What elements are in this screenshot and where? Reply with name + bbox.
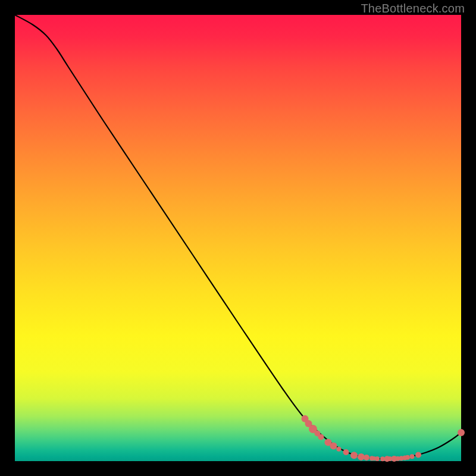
data-point (343, 449, 349, 455)
data-point (330, 443, 337, 450)
data-point (405, 455, 410, 460)
data-point (318, 434, 324, 440)
plot-area (15, 15, 461, 461)
data-point (350, 452, 358, 459)
data-point (364, 455, 369, 461)
data-point (415, 452, 421, 458)
watermark-text: TheBottleneck.com (361, 2, 465, 15)
data-point (410, 454, 415, 459)
data-point (337, 447, 342, 452)
chart-stage: TheBottleneck.com (0, 0, 476, 476)
plot-svg (15, 15, 461, 461)
data-point (375, 456, 380, 461)
bottleneck-curve (15, 15, 461, 459)
data-point (458, 429, 465, 436)
